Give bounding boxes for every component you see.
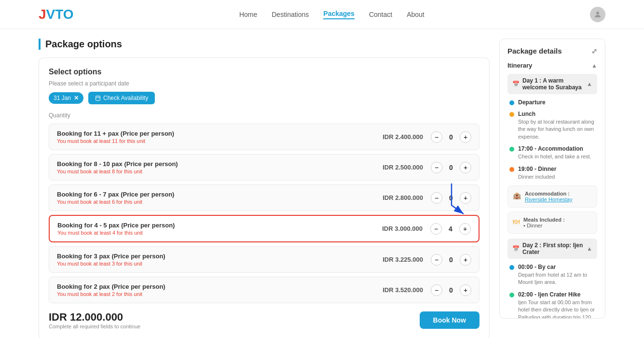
quantity-label: Quantity [49, 112, 480, 119]
lunch-desc: Stop by at local restaurant along the wa… [518, 118, 597, 141]
booking-row-6to7: Booking for 6 - 7 pax (Price per person)… [49, 184, 480, 211]
day2-header-left: 📅 Day 2 : First stop: Ijen Crater [512, 242, 587, 255]
left-column: Package options Select options Please se… [39, 39, 490, 338]
expand-icon[interactable]: ⤢ [591, 47, 597, 55]
departure-content: Departure [518, 99, 546, 106]
qty-decrement-4to5[interactable]: − [430, 223, 442, 235]
booking-title-11plus: Booking for 11 + pax (Price per person) [57, 130, 174, 137]
booking-title-6to7: Booking for 6 - 7 pax (Price per person) [57, 191, 174, 198]
booking-row-3pax: Booking for 3 pax (Price per person) You… [49, 246, 480, 273]
booking-title-4to5: Booking for 4 - 5 pax (Price per person) [57, 222, 175, 229]
ijen-hike-title: 02:00 - Ijen Crater Hike [518, 291, 597, 298]
booking-row-4to5-wrapper: Booking for 4 - 5 pax (Price per person)… [49, 215, 480, 242]
book-now-button[interactable]: Book Now [420, 311, 480, 329]
accommodation-1700-desc: Check in hotel, and take a rest. [518, 153, 591, 160]
dinner-1900-desc: Dinner included [518, 173, 556, 181]
nav-home[interactable]: Home [239, 11, 257, 18]
accommodation-1700-content: 17:00 - Accommodation Check in hotel, an… [518, 145, 591, 160]
booking-warning-3pax: You must book at least 3 for this unit [57, 261, 165, 267]
booking-row-8to10: Booking for 8 - 10 pax (Price per person… [49, 154, 480, 181]
ijen-hike-content: 02:00 - Ijen Crater Hike Ijen Tour start… [518, 291, 597, 319]
total-section: IDR 12.000.000 Complete all required fie… [49, 311, 480, 329]
dot-departure [509, 100, 514, 105]
qty-increment-11plus[interactable]: + [460, 131, 471, 143]
itinerary-bycar-0000: 00:00 - By car Depart from hotel at 12 a… [507, 264, 597, 286]
package-details-title: Package details [507, 47, 562, 55]
calendar-icon-day2: 📅 [512, 245, 520, 252]
qty-decrement-3pax[interactable]: − [431, 254, 442, 266]
qty-increment-2pax[interactable]: + [460, 284, 471, 296]
date-chip-label: 31 Jan [54, 95, 71, 101]
total-note: Complete all required fields to continue [49, 324, 140, 329]
svg-point-0 [596, 12, 599, 14]
bycar-0000-desc: Depart from hotel at 12 am to Mount Ijen… [518, 271, 597, 286]
qty-decrement-6to7[interactable]: − [431, 192, 442, 204]
day2-header[interactable]: 📅 Day 2 : First stop: Ijen Crater ▲ [507, 239, 597, 259]
dot-bycar-0000 [509, 265, 514, 270]
booking-warning-4to5: You must book at least 4 for this unit [57, 230, 175, 236]
nav-destinations[interactable]: Destinations [272, 11, 309, 18]
booking-info-2pax: Booking for 2 pax (Price per person) You… [57, 283, 165, 297]
meals-icon: 🍽 [513, 218, 520, 225]
nav-links: Home Destinations Packages Contact About [239, 10, 425, 19]
booking-warning-11plus: You must book at least 11 for this unit [57, 138, 174, 144]
itinerary-ijen-hike: 02:00 - Ijen Crater Hike Ijen Tour start… [507, 291, 597, 319]
check-availability-button[interactable]: Check Availability [88, 92, 155, 104]
dot-accommodation-1700 [509, 147, 514, 152]
itinerary-label: Itinerary [507, 62, 532, 69]
svg-rect-1 [96, 96, 100, 100]
qty-increment-3pax[interactable]: + [460, 254, 471, 266]
qty-value-3pax: 0 [446, 256, 456, 264]
qty-value-2pax: 0 [446, 286, 456, 294]
lunch-content: Lunch Stop by at local restaurant along … [518, 111, 597, 141]
total-price-area: IDR 12.000.000 Complete all required fie… [49, 311, 140, 329]
day1-header-left: 📅 Day 1 : A warm welcome to Surabaya [512, 77, 587, 91]
nav-contact[interactable]: Contact [369, 11, 392, 18]
itinerary-dinner-1900: 19:00 - Dinner Dinner included [507, 166, 597, 181]
check-availability-label: Check Availability [103, 95, 148, 101]
nav-packages[interactable]: Packages [323, 10, 355, 19]
booking-price-2pax: IDR 3.520.000 [383, 286, 423, 294]
qty-decrement-2pax[interactable]: − [431, 284, 442, 296]
booking-row-11plus: Booking for 11 + pax (Price per person) … [49, 124, 480, 150]
qty-decrement-11plus[interactable]: − [431, 131, 442, 143]
day1-chevron[interactable]: ▲ [587, 81, 592, 87]
qty-increment-8to10[interactable]: + [460, 162, 471, 173]
accommodation-1700-title: 17:00 - Accommodation [518, 145, 591, 152]
booking-price-8to10: IDR 2.500.000 [383, 164, 423, 171]
booking-info-4to5: Booking for 4 - 5 pax (Price per person)… [57, 222, 175, 236]
meals-item-dinner: • Dinner [523, 223, 565, 228]
right-column: Package details ⤢ Itinerary ▲ 📅 Day 1 : … [499, 39, 605, 338]
accommodation-link[interactable]: Riverside Homestay [525, 197, 572, 202]
lunch-title: Lunch [518, 111, 597, 117]
nav-about[interactable]: About [407, 11, 425, 18]
accommodation-label: Accommodation : [525, 191, 572, 197]
package-details-card: Package details ⤢ Itinerary ▲ 📅 Day 1 : … [499, 39, 605, 319]
booking-title-2pax: Booking for 2 pax (Price per person) [57, 283, 165, 290]
day2-chevron[interactable]: ▲ [587, 245, 592, 252]
participant-label: Please select a participant date [49, 80, 480, 87]
booking-price-6to7: IDR 2.800.000 [383, 194, 423, 201]
day1-header[interactable]: 📅 Day 1 : A warm welcome to Surabaya ▲ [507, 74, 597, 94]
itinerary-departure: Departure [507, 99, 597, 106]
logo-rest: VTO [46, 7, 74, 22]
dot-lunch [509, 112, 514, 117]
itinerary-lunch: Lunch Stop by at local restaurant along … [507, 111, 597, 141]
qty-decrement-8to10[interactable]: − [431, 162, 442, 173]
user-avatar[interactable] [590, 7, 605, 22]
booking-warning-2pax: You must book at least 2 for this unit [57, 291, 165, 297]
itinerary-header: Itinerary ▲ [507, 62, 597, 69]
date-chip[interactable]: 31 Jan ✕ [49, 92, 83, 104]
date-chip-close[interactable]: ✕ [74, 95, 79, 101]
calendar-icon-day1: 📅 [512, 81, 520, 87]
qty-increment-4to5[interactable]: + [459, 223, 471, 235]
dinner-1900-content: 19:00 - Dinner Dinner included [518, 166, 556, 181]
accommodation-details: Accommodation : Riverside Homestay [525, 191, 572, 202]
booking-price-3pax: IDR 3.225.000 [383, 256, 423, 263]
meals-label: Meals Included : [523, 217, 565, 223]
itinerary-chevron[interactable]: ▲ [591, 62, 597, 69]
logo-j: J [39, 7, 46, 22]
qty-control-4to5: − 4 + [430, 223, 471, 235]
booking-warning-6to7: You must book at least 6 for this unit [57, 199, 174, 205]
navbar: JVTO Home Destinations Packages Contact … [0, 0, 644, 29]
